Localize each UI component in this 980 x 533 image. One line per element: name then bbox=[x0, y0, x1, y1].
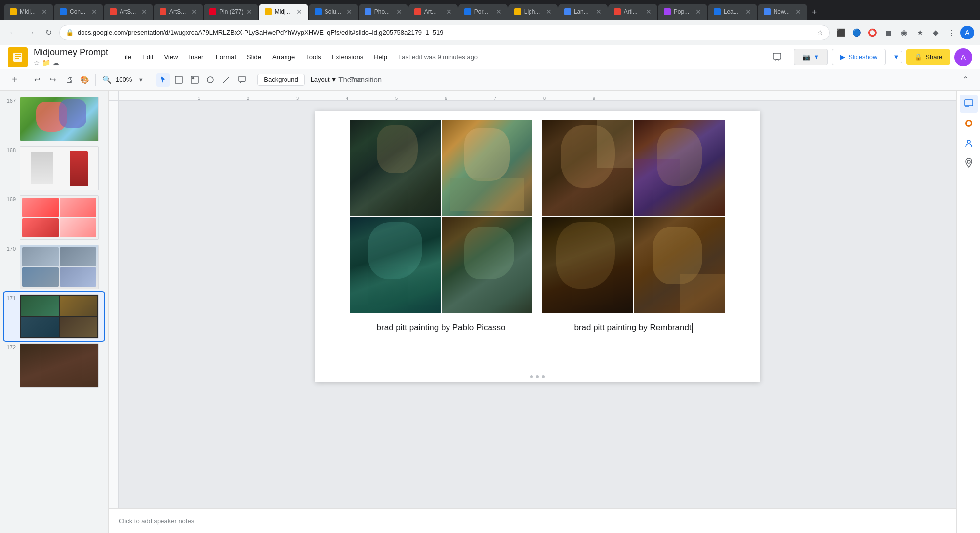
tab-close-16[interactable]: ✕ bbox=[795, 8, 801, 16]
slide-thumb-167[interactable]: 167 bbox=[4, 95, 104, 143]
menu-format[interactable]: Format bbox=[211, 50, 241, 64]
format-paint-button[interactable]: 🎨 bbox=[78, 73, 91, 87]
new-tab-button[interactable]: + bbox=[808, 5, 821, 20]
tab-close-3[interactable]: ✕ bbox=[141, 8, 147, 16]
tab-close-10[interactable]: ✕ bbox=[496, 8, 502, 16]
share-button[interactable]: 🔒 Share bbox=[906, 49, 950, 65]
bookmark-icon[interactable]: ☆ bbox=[817, 29, 823, 36]
undo-button[interactable]: ↩ bbox=[30, 73, 44, 87]
tab-15[interactable]: Lea... ✕ bbox=[708, 4, 757, 20]
picasso-caption[interactable]: brad pitt painting by Pablo Picasso bbox=[373, 319, 510, 337]
slideshow-button[interactable]: ▶ Slideshow bbox=[832, 49, 886, 65]
theme-panel-btn[interactable] bbox=[960, 114, 978, 132]
tab-5[interactable]: Pin (277) ✕ bbox=[204, 4, 258, 20]
picasso-group[interactable]: brad pitt painting by Pablo Picasso bbox=[350, 120, 532, 337]
tab-8[interactable]: Pho... ✕ bbox=[359, 4, 408, 20]
layout-dropdown[interactable]: Layout ▼ bbox=[307, 74, 341, 85]
speaker-notes[interactable]: Click to add speaker notes bbox=[109, 508, 956, 533]
tab-close-15[interactable]: ✕ bbox=[745, 8, 751, 16]
tab-3[interactable]: ArtS... ✕ bbox=[104, 4, 153, 20]
add-button[interactable]: + bbox=[8, 73, 22, 87]
extension-btn-6[interactable]: ★ bbox=[913, 26, 927, 39]
extension-btn-5[interactable]: ◉ bbox=[897, 26, 911, 39]
tab-7[interactable]: Solu... ✕ bbox=[309, 4, 358, 20]
slide-thumb-172[interactable]: 172 bbox=[4, 342, 104, 390]
shape-tool[interactable] bbox=[204, 73, 217, 87]
menu-view[interactable]: View bbox=[159, 50, 183, 64]
comment-tool[interactable] bbox=[235, 73, 249, 87]
back-button[interactable]: ← bbox=[6, 26, 20, 39]
extension-btn-3[interactable]: ⭕ bbox=[865, 26, 879, 39]
tab-close-11[interactable]: ✕ bbox=[546, 8, 552, 16]
collapse-toolbar-button[interactable]: ⌃ bbox=[958, 73, 972, 87]
background-button[interactable]: Background bbox=[257, 74, 304, 86]
line-tool[interactable] bbox=[219, 73, 233, 87]
comments-btn[interactable] bbox=[764, 48, 790, 66]
tab-close-6[interactable]: ✕ bbox=[296, 8, 302, 16]
cloud-icon[interactable]: ☁ bbox=[52, 59, 59, 67]
rembrandt-group[interactable]: brad pitt painting by Rembrandt bbox=[542, 120, 725, 337]
menu-extensions[interactable]: Extensions bbox=[327, 50, 368, 64]
user-avatar[interactable]: A bbox=[954, 48, 972, 66]
tab-13[interactable]: Arti... ✕ bbox=[608, 4, 657, 20]
print-button[interactable]: 🖨 bbox=[62, 73, 76, 87]
zoom-in-button[interactable]: ▼ bbox=[134, 73, 148, 87]
cursor-tool[interactable] bbox=[156, 73, 170, 87]
refresh-button[interactable]: ↻ bbox=[41, 26, 55, 39]
tab-close-7[interactable]: ✕ bbox=[346, 8, 352, 16]
slide-thumb-170[interactable]: 170 bbox=[4, 243, 104, 291]
rembrandt-caption[interactable]: brad pitt painting by Rembrandt bbox=[570, 319, 697, 337]
tab-close-2[interactable]: ✕ bbox=[91, 8, 97, 16]
slideshow-dropdown-arrow[interactable]: ▼ bbox=[890, 51, 902, 63]
canvas-scroll[interactable]: brad pitt painting by Pablo Picasso bbox=[109, 101, 956, 508]
tab-12[interactable]: Lan... ✕ bbox=[558, 4, 608, 20]
tab-close-9[interactable]: ✕ bbox=[446, 8, 452, 16]
meet-btn[interactable]: 📷 ▼ bbox=[794, 49, 828, 65]
menu-insert[interactable]: Insert bbox=[184, 50, 210, 64]
tab-11[interactable]: Ligh... ✕ bbox=[508, 4, 558, 20]
profile-avatar[interactable]: A bbox=[960, 26, 974, 39]
tab-1[interactable]: Midj... ✕ bbox=[4, 4, 53, 20]
redo-button[interactable]: ↪ bbox=[46, 73, 60, 87]
tab-14[interactable]: Pop... ✕ bbox=[658, 4, 707, 20]
tab-close-14[interactable]: ✕ bbox=[695, 8, 701, 16]
tab-6-active[interactable]: Midj... ✕ bbox=[259, 4, 308, 20]
extension-btn-7[interactable]: ◆ bbox=[929, 26, 942, 39]
tab-10[interactable]: Por... ✕ bbox=[458, 4, 508, 20]
more-button[interactable]: ⋮ bbox=[944, 26, 958, 39]
slide-canvas[interactable]: brad pitt painting by Pablo Picasso bbox=[315, 111, 760, 382]
slide-thumb-171[interactable]: 171 bbox=[4, 292, 104, 341]
menu-file[interactable]: File bbox=[116, 50, 136, 64]
text-tool[interactable] bbox=[172, 73, 186, 87]
maps-panel-btn[interactable] bbox=[960, 154, 978, 172]
menu-help[interactable]: Help bbox=[369, 50, 392, 64]
tab-2[interactable]: Con... ✕ bbox=[54, 4, 103, 20]
tab-16[interactable]: New... ✕ bbox=[758, 4, 807, 20]
slide-thumb-168[interactable]: 168 bbox=[4, 144, 104, 192]
menu-slide[interactable]: Slide bbox=[242, 50, 266, 64]
tab-9[interactable]: Art... ✕ bbox=[408, 4, 458, 20]
tab-close-12[interactable]: ✕ bbox=[596, 8, 602, 16]
meet-dropdown[interactable]: ▼ bbox=[813, 53, 819, 61]
image-tool[interactable] bbox=[188, 73, 202, 87]
extension-btn-4[interactable]: ◼ bbox=[881, 26, 895, 39]
menu-arrange[interactable]: Arrange bbox=[267, 50, 300, 64]
extension-btn-2[interactable]: 🔵 bbox=[850, 26, 863, 39]
tab-close-13[interactable]: ✕ bbox=[646, 8, 652, 16]
menu-edit[interactable]: Edit bbox=[137, 50, 158, 64]
notes-placeholder[interactable]: Click to add speaker notes bbox=[119, 517, 194, 525]
tab-close-5[interactable]: ✕ bbox=[246, 8, 252, 16]
folder-icon[interactable]: 📁 bbox=[42, 59, 50, 67]
menu-tools[interactable]: Tools bbox=[301, 50, 326, 64]
people-panel-btn[interactable] bbox=[960, 134, 978, 152]
tab-close-4[interactable]: ✕ bbox=[191, 8, 197, 16]
address-bar[interactable]: 🔒 docs.google.com/presentation/d/1wugxrc… bbox=[59, 25, 830, 40]
tab-close-1[interactable]: ✕ bbox=[41, 8, 47, 16]
star-icon[interactable]: ☆ bbox=[34, 59, 40, 67]
transition-button[interactable]: Transition bbox=[359, 73, 373, 87]
forward-button[interactable]: → bbox=[24, 26, 38, 39]
tab-close-8[interactable]: ✕ bbox=[396, 8, 402, 16]
zoom-out-button[interactable]: 🔍 bbox=[100, 73, 114, 87]
slide-thumb-169[interactable]: 169 bbox=[4, 193, 104, 242]
extension-btn-1[interactable]: ⬛ bbox=[834, 26, 848, 39]
